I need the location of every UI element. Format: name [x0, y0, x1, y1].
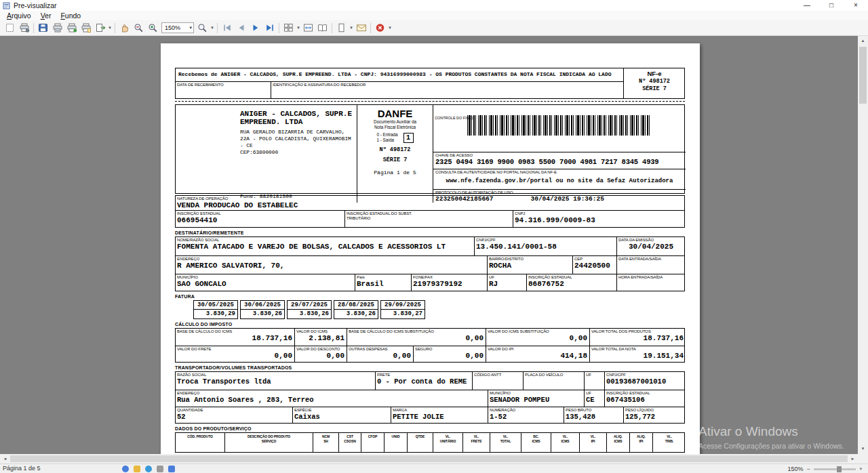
horizontal-scroll-thumb[interactable]	[10, 455, 848, 462]
pan-tool-button[interactable]	[117, 22, 132, 35]
product-col-header: VL.IPI	[579, 433, 606, 452]
parcela-valor: 3.830,26	[241, 310, 284, 318]
menu-arquivo[interactable]: Arquivo	[2, 11, 36, 20]
cell-bc-icms-st: BASE DE CÁLCULO DO ICMS SUBSTITUIÇÃO 0,0…	[347, 329, 486, 346]
maximize-button[interactable]: □	[819, 0, 844, 11]
close-preview-button[interactable]	[373, 22, 387, 35]
section-transportador: TRANSPORTADOR/VOLUMES TRANSPORTADOS	[175, 365, 685, 371]
scroll-right-button[interactable]: ►	[848, 454, 858, 464]
field-label: UF	[586, 373, 602, 377]
field-label: CEP	[574, 257, 614, 262]
chevron-down-icon[interactable]: ▾	[387, 25, 393, 30]
single-page-button[interactable]	[334, 22, 349, 35]
email-button[interactable]	[354, 22, 368, 35]
parcela-data: 30/06/2025	[241, 301, 284, 310]
multi-page-view-button[interactable]	[281, 22, 296, 35]
zoom-in-button[interactable]	[146, 22, 160, 35]
nfe-numero: Nº 498172	[624, 78, 685, 85]
next-page-button[interactable]	[248, 22, 262, 35]
last-page-button[interactable]	[262, 22, 277, 35]
cell-valor-icms-st: VALOR DO ICMS SUBSTITUIÇÃO 0,00	[486, 329, 589, 346]
cell-inscricao-estadual: INSCRIÇÃO ESTADUAL 066954410	[176, 211, 344, 227]
vertical-scroll-thumb[interactable]	[859, 47, 867, 104]
zoom-mode-button[interactable]	[195, 22, 210, 35]
vertical-scrollbar[interactable]: ▲ ▼	[858, 36, 868, 454]
chevron-down-icon[interactable]: ▾	[189, 25, 192, 30]
chevron-down-icon[interactable]: ▾	[296, 25, 301, 30]
page-width-button[interactable]	[301, 22, 315, 35]
cell-bc-icms: BASE DE CÁLCULO DO ICMS 18.737,16	[176, 329, 294, 346]
zoom-slider-thumb[interactable]	[837, 466, 842, 472]
app-icon	[3, 2, 10, 9]
menu-fundo[interactable]: Fundo	[56, 11, 85, 20]
page-setup-button[interactable]	[3, 22, 17, 35]
field-value: 0,00	[349, 334, 484, 343]
quick-print-button[interactable]	[64, 22, 79, 35]
taskbar-icon-2[interactable]	[134, 466, 140, 472]
cell-dest-uf: UF RJ	[487, 274, 526, 291]
field-value: SENADOR POMPEU	[490, 396, 582, 405]
danfe-saida: 1 - Saída	[376, 138, 397, 143]
field-value: Troca Transportes ltda	[177, 377, 373, 386]
field-label: VALOR DO DESCONTO	[296, 347, 344, 352]
field-label: UF	[489, 275, 524, 280]
toolbar-separator	[217, 23, 218, 33]
danfe-pagina: Página 1 de 5	[357, 169, 433, 176]
cell-valor-ipi: VALOR DO IPI 414,18	[486, 346, 589, 362]
page-width-icon	[303, 23, 313, 33]
chevron-down-icon[interactable]: ▾	[210, 25, 215, 30]
first-page-button[interactable]	[220, 22, 234, 35]
document-page[interactable]: Recebemos de ANIGER - CALCADOS, SUPR.E E…	[161, 43, 700, 454]
chevron-down-icon[interactable]: ▾	[107, 25, 113, 30]
cell-data-entrada-saida: DATA ENTRADA/SAÍDA	[616, 256, 686, 274]
field-value: FOMENTA ATACADO E VAREJO DE BOLSAS, CALC…	[177, 243, 472, 251]
export-button[interactable]	[93, 22, 107, 35]
print-range-button[interactable]	[79, 22, 93, 35]
field-label: VALOR DO ICMS SUBSTITUIÇÃO	[488, 329, 587, 334]
product-col-header: CFOP	[361, 433, 384, 452]
cell-assinatura-recebedor: IDENTIFICAÇÃO E ASSINATURA DO RECEBEDOR	[271, 82, 623, 98]
col-label: CSOSN	[339, 439, 361, 444]
product-col-header: CSTCSOSN	[338, 433, 361, 452]
consulta-box: CONSULTA DE AUTENTICIDADE NO PORTAL NACI…	[433, 169, 686, 190]
cell-quantidade: QUANTIDADE 52	[176, 407, 292, 423]
zoom-slider[interactable]	[814, 468, 856, 470]
print-button[interactable]	[50, 22, 64, 35]
save-button[interactable]	[36, 22, 50, 35]
fatura-row: 30/05/2025 3.830,29 30/06/2025 3.830,26 …	[193, 300, 685, 319]
zoom-in-slider-button[interactable]: +	[859, 466, 863, 472]
zoom-out-button[interactable]	[132, 22, 146, 35]
minimize-button[interactable]: —	[795, 0, 819, 11]
col-label: ICMS	[551, 439, 579, 444]
taskbar-icon-1[interactable]	[122, 466, 129, 472]
field-value: 135,428	[566, 413, 621, 421]
field-label: INSCRIÇÃO ESTADUAL DO SUBST. TRIBUTÁRIO	[347, 211, 511, 221]
print-setup-button[interactable]	[17, 22, 31, 35]
field-label: BASE DE CÁLCULO DO ICMS SUBSTITUIÇÃO	[349, 329, 484, 334]
scroll-up-button[interactable]: ▲	[858, 36, 868, 46]
scroll-down-button[interactable]: ▼	[858, 444, 868, 454]
field-value: 125,772	[625, 413, 684, 421]
field-value: 13.450.141/0001-58	[476, 243, 614, 251]
zoom-out-slider-button[interactable]: −	[806, 466, 810, 472]
menu-ver[interactable]: Ver	[36, 11, 56, 20]
toolbar-separator	[279, 23, 279, 33]
field-label: CNPJ/CPF	[606, 373, 684, 377]
zoom-combobox[interactable]: 150% ▾	[161, 22, 194, 33]
close-button[interactable]: ×	[844, 0, 868, 11]
chevron-down-icon[interactable]: ▾	[349, 25, 354, 30]
natureza-box: NATUREZA DE OPERAÇÃO VENDA PRODUCAO DO E…	[175, 195, 685, 228]
facing-pages-button[interactable]	[315, 22, 330, 35]
product-col-header: BC.ICMS	[521, 433, 551, 452]
facing-pages-icon	[317, 23, 328, 33]
previous-page-button[interactable]	[234, 22, 248, 35]
scroll-left-button[interactable]: ◄	[0, 454, 10, 464]
taskbar-icon-5[interactable]	[168, 466, 175, 472]
horizontal-scrollbar[interactable]: ◄ ►	[0, 454, 858, 464]
field-label: INSCRIÇÃO ESTADUAL	[177, 211, 342, 216]
emitente-info: ANIGER - CALCADOS, SUPR.E EMPREEND. LTDA…	[176, 105, 357, 203]
field-label: VALOR DO FRETE	[177, 347, 292, 352]
taskbar-icon-4[interactable]	[157, 466, 163, 472]
taskbar-icon-3[interactable]	[145, 466, 152, 472]
destinatario-box: NOME/RAZÃO SOCIAL FOMENTA ATACADO E VARE…	[175, 236, 685, 291]
